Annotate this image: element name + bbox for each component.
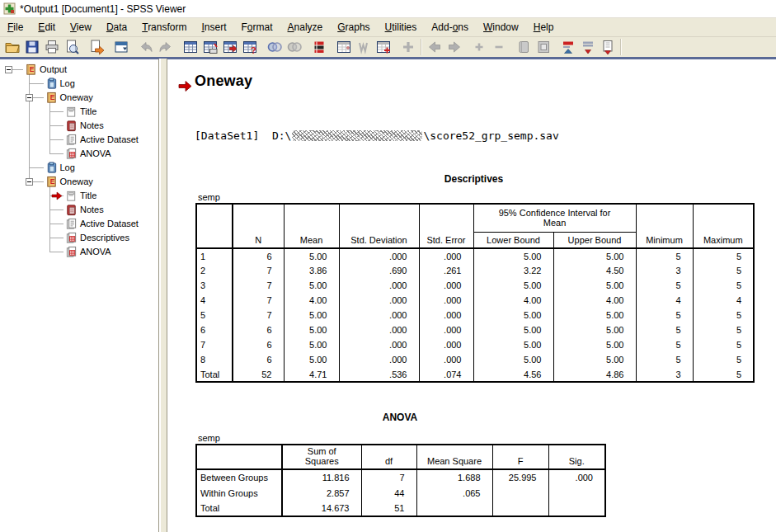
- tree-item-notes[interactable]: Notes: [2, 203, 158, 217]
- col-header-df: df: [361, 445, 416, 469]
- menu-utilities[interactable]: Utilities: [378, 18, 425, 36]
- menu-add-ons[interactable]: Add-ons: [424, 18, 476, 36]
- outline-tree: EOutputLogEOnewayTitleNotesActive Datase…: [2, 63, 158, 532]
- save-icon: [24, 39, 40, 55]
- open-file-button[interactable]: [2, 38, 22, 57]
- table-row: Total14.67351: [196, 501, 605, 516]
- insert-cases-button[interactable]: [374, 38, 393, 57]
- dialog-recall-button[interactable]: [111, 38, 131, 57]
- menu-analyze[interactable]: Analyze: [280, 18, 331, 36]
- tree-item-anova[interactable]: ANOVA: [2, 245, 158, 259]
- tree-item-label: Output: [40, 64, 67, 74]
- col-header-f: F: [492, 445, 548, 469]
- col-header-sum-of-squares: Sum of Squares: [282, 445, 361, 469]
- table-icon: [65, 246, 78, 258]
- promote-item-button[interactable]: [558, 38, 578, 57]
- print-preview-button[interactable]: [62, 38, 82, 57]
- next-item-button[interactable]: [444, 38, 464, 57]
- data-cell: 5.00: [473, 337, 553, 352]
- demote-item-icon: [580, 39, 596, 55]
- data-cell: 4: [693, 293, 754, 308]
- data-cell: [492, 501, 548, 516]
- goto-data-button[interactable]: [181, 38, 200, 57]
- menu-help[interactable]: Help: [526, 18, 562, 36]
- expand-item-button[interactable]: [469, 38, 489, 57]
- menu-window[interactable]: Window: [476, 18, 526, 36]
- show-results-button[interactable]: [334, 38, 354, 57]
- data-cell: 5: [636, 337, 693, 352]
- find-button[interactable]: [265, 38, 285, 57]
- col-header-minimum: Minimum: [636, 204, 693, 248]
- row-label: 3: [196, 278, 233, 293]
- demote-item-button[interactable]: [578, 38, 598, 57]
- tree-item-title[interactable]: Title: [2, 105, 158, 119]
- menu-data[interactable]: Data: [99, 18, 134, 36]
- col-header-ci-group: 95% Confidence Interval for Mean: [473, 204, 636, 232]
- menu-edit[interactable]: Edit: [31, 18, 63, 36]
- designate-window-button[interactable]: [398, 38, 418, 57]
- tree-item-log[interactable]: Log: [2, 161, 158, 175]
- undo-button[interactable]: [136, 38, 156, 57]
- collapse-item-button[interactable]: [489, 38, 509, 57]
- tree-item-oneway[interactable]: EOneway: [2, 91, 158, 105]
- variables-button[interactable]: [220, 38, 240, 57]
- menu-format[interactable]: Format: [234, 18, 280, 36]
- tree-item-active-dataset[interactable]: Active Dataset: [2, 133, 158, 147]
- tree-item-output[interactable]: EOutput: [2, 63, 158, 77]
- menu-view[interactable]: View: [63, 18, 99, 36]
- previous-item-button[interactable]: [425, 38, 444, 57]
- panel-splitter[interactable]: [160, 59, 167, 532]
- title-icon: [65, 190, 78, 202]
- print-preview-icon: [63, 39, 80, 55]
- tree-item-notes[interactable]: Notes: [2, 119, 158, 133]
- tree-item-log[interactable]: Log: [2, 77, 158, 91]
- menu-graphs[interactable]: Graphs: [330, 18, 377, 36]
- tree-collapse-toggle[interactable]: [5, 66, 12, 73]
- goto-case-button[interactable]: [200, 38, 220, 57]
- data-cell: 5: [693, 308, 754, 322]
- promote-item-icon: [560, 39, 576, 55]
- table-row: Within Groups2.85744.065: [196, 485, 605, 501]
- menu-file[interactable]: File: [0, 18, 31, 36]
- export-button[interactable]: [87, 38, 106, 57]
- book-icon: E: [45, 92, 58, 104]
- redo-button[interactable]: [156, 38, 176, 57]
- export-icon: [88, 39, 105, 55]
- tree-collapse-toggle[interactable]: [26, 94, 33, 101]
- hide-item-button[interactable]: [534, 38, 553, 57]
- data-cell: 5: [636, 308, 693, 322]
- toolbar-separator: [620, 39, 622, 55]
- show-item-button[interactable]: [514, 38, 534, 57]
- data-cell: 5.00: [553, 337, 636, 352]
- select-cases-button[interactable]: [285, 38, 304, 57]
- tree-collapse-toggle[interactable]: [26, 178, 33, 186]
- data-cell: .000: [339, 337, 419, 352]
- use-variable-sets-button[interactable]: [309, 38, 329, 57]
- tree-item-descriptives[interactable]: Descriptives: [2, 231, 158, 245]
- data-cell: 52: [233, 367, 284, 382]
- tree-item-title[interactable]: Title: [2, 189, 158, 203]
- data-cell: .000: [339, 248, 419, 263]
- tree-item-oneway[interactable]: EOneway: [2, 175, 158, 189]
- data-cell: .000: [339, 278, 419, 293]
- undo-icon: [138, 39, 154, 55]
- tree-item-label: Oneway: [60, 177, 93, 186]
- insert-object-button[interactable]: [598, 38, 618, 57]
- tree-connector: [33, 97, 44, 98]
- menu-transform[interactable]: Transform: [134, 18, 194, 36]
- variable-info-button[interactable]: ?: [240, 38, 260, 57]
- data-cell: 25.995: [492, 469, 548, 485]
- value-labels-icon: [355, 39, 372, 55]
- data-cell: 44: [361, 485, 416, 501]
- print-button[interactable]: [42, 38, 62, 57]
- save-button[interactable]: [22, 38, 42, 57]
- data-cell: 4.56: [473, 367, 553, 382]
- current-item-arrow-icon: [51, 191, 63, 200]
- value-labels-button[interactable]: [354, 38, 374, 57]
- dataset-path-line: [DataSet1] D:\\score52_grp_semp.sav: [195, 129, 559, 142]
- menu-insert[interactable]: Insert: [194, 18, 233, 36]
- tree-item-anova[interactable]: ANOVA: [2, 147, 158, 161]
- tree-item-active-dataset[interactable]: Active Dataset: [2, 217, 158, 231]
- data-cell: .000: [548, 469, 605, 485]
- variables-icon: [222, 39, 238, 55]
